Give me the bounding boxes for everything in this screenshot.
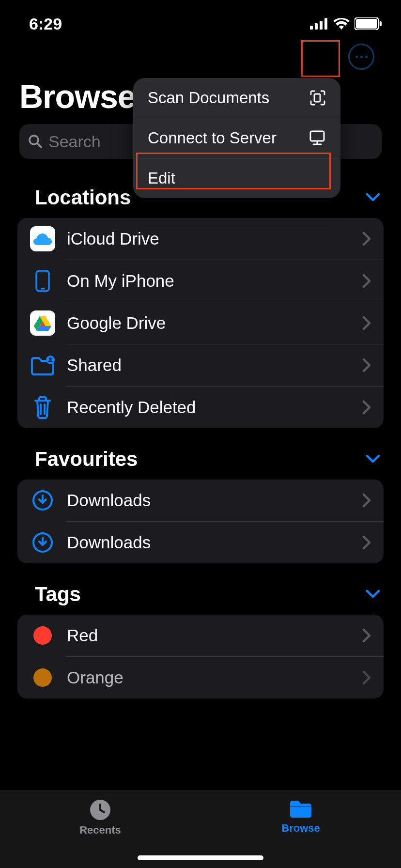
- favourite-downloads-1[interactable]: Downloads: [17, 480, 384, 521]
- section-header-favourites[interactable]: Favourites: [0, 428, 401, 480]
- chevron-right-icon: [362, 232, 371, 246]
- menu-edit[interactable]: Edit: [133, 158, 340, 198]
- row-label: Recently Deleted: [67, 398, 362, 417]
- header-row: [0, 39, 401, 82]
- tag-orange[interactable]: Orange: [17, 657, 384, 698]
- section-title: Tags: [35, 583, 81, 606]
- row-label: Downloads: [67, 491, 362, 510]
- shared-folder-icon: [30, 353, 55, 378]
- folder-icon: [288, 799, 313, 819]
- tab-label: Recents: [79, 824, 121, 837]
- menu-label: Connect to Server: [148, 129, 277, 147]
- chevron-down-icon: [366, 193, 380, 202]
- chevron-right-icon: [362, 316, 371, 330]
- location-recently-deleted[interactable]: Recently Deleted: [17, 387, 384, 428]
- location-on-my-iphone[interactable]: On My iPhone: [17, 260, 384, 302]
- svg-rect-6: [380, 21, 382, 26]
- svg-rect-3: [324, 18, 327, 30]
- favourite-downloads-2[interactable]: Downloads: [17, 522, 384, 563]
- svg-rect-0: [310, 26, 313, 30]
- svg-rect-19: [310, 131, 324, 141]
- status-bar: 6:29: [0, 0, 401, 39]
- iphone-icon: [30, 268, 55, 294]
- tags-list: Red Orange: [17, 615, 384, 698]
- row-label: Downloads: [67, 533, 362, 552]
- ellipsis-icon: [355, 56, 358, 58]
- chevron-right-icon: [362, 493, 371, 508]
- menu-scan-documents[interactable]: Scan Documents: [133, 78, 340, 118]
- section-title: Locations: [35, 186, 131, 209]
- icloud-icon: [30, 226, 55, 251]
- chevron-right-icon: [362, 670, 371, 685]
- location-icloud-drive[interactable]: iCloud Drive: [17, 218, 384, 260]
- google-drive-icon: [30, 310, 55, 336]
- chevron-right-icon: [362, 628, 371, 643]
- ellipsis-icon: [365, 56, 368, 58]
- tag-red[interactable]: Red: [17, 615, 384, 656]
- tag-color-dot: [33, 626, 52, 645]
- favourites-list: Downloads Downloads: [17, 480, 384, 563]
- location-google-drive[interactable]: Google Drive: [17, 302, 384, 344]
- chevron-right-icon: [362, 535, 371, 550]
- row-label: On My iPhone: [67, 271, 362, 291]
- chevron-down-icon: [366, 590, 380, 599]
- chevron-right-icon: [362, 358, 371, 372]
- search-icon: [28, 134, 43, 149]
- more-button[interactable]: [348, 44, 374, 70]
- tag-color-dot: [33, 668, 52, 687]
- svg-point-16: [49, 357, 52, 360]
- locations-list: iCloud Drive On My iPhone Google Drive S…: [17, 218, 384, 428]
- menu-connect-server[interactable]: Connect to Server: [133, 118, 340, 158]
- row-label: Google Drive: [67, 313, 362, 333]
- cellular-signal-icon: [310, 18, 328, 30]
- clock-icon: [89, 799, 111, 821]
- download-icon: [30, 488, 55, 513]
- server-icon: [308, 130, 326, 146]
- location-shared[interactable]: Shared: [17, 344, 384, 386]
- tab-label: Browse: [281, 822, 320, 835]
- row-label: iCloud Drive: [67, 229, 362, 248]
- section-title: Favourites: [35, 448, 138, 471]
- chevron-down-icon: [366, 455, 380, 464]
- row-label: Red: [67, 626, 362, 645]
- battery-icon: [355, 17, 382, 30]
- menu-label: Scan Documents: [148, 89, 269, 107]
- row-label: Shared: [67, 356, 362, 375]
- more-context-menu: Scan Documents Connect to Server Edit: [133, 78, 340, 198]
- wifi-icon: [333, 18, 350, 30]
- section-header-tags[interactable]: Tags: [0, 563, 401, 615]
- chevron-right-icon: [362, 400, 371, 415]
- download-icon: [30, 530, 55, 555]
- svg-rect-5: [356, 19, 377, 29]
- trash-icon: [30, 395, 55, 420]
- status-icons: [310, 17, 382, 30]
- status-time: 6:29: [29, 15, 62, 33]
- ellipsis-icon: [360, 56, 363, 58]
- menu-label: Edit: [148, 169, 175, 187]
- scan-document-icon: [309, 90, 326, 106]
- home-indicator[interactable]: [138, 855, 263, 860]
- svg-rect-2: [320, 21, 323, 30]
- row-label: Orange: [67, 668, 362, 687]
- svg-line-8: [37, 143, 41, 147]
- svg-rect-1: [315, 23, 318, 30]
- chevron-right-icon: [362, 274, 371, 288]
